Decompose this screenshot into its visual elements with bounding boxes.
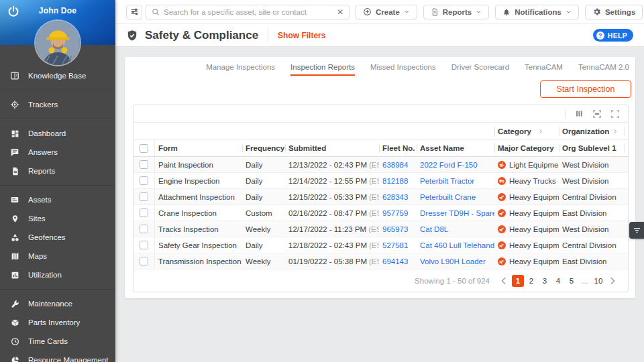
sidebar-item-resource-management[interactable]: Resource Management	[0, 351, 115, 362]
sidebar-item-time-cards[interactable]: Time Cards	[0, 332, 115, 351]
start-inspection-button[interactable]: Start Inspection	[540, 80, 631, 98]
row-checkbox[interactable]	[140, 192, 148, 201]
sidebar-item-sites[interactable]: Sites	[0, 209, 115, 228]
row-checkbox[interactable]	[140, 225, 148, 233]
row-checkbox[interactable]	[140, 208, 148, 217]
sidebar-item-assets[interactable]: Assets	[0, 190, 115, 209]
table-row: Transmission Inspection Weekly 01/19/022…	[133, 253, 629, 269]
page-title: Safety & Compliance	[145, 29, 258, 42]
chevron-down-icon	[476, 9, 482, 15]
asset-name-link[interactable]: Dresser TD9H - Spare	[420, 209, 494, 217]
sidebar-item-parts-inventory[interactable]: Parts Inventory	[0, 313, 115, 332]
tab-driver-scorecard[interactable]: Driver Scorecard	[451, 63, 509, 76]
fleet-no-link[interactable]: 812188	[382, 177, 408, 185]
sidebar-item-utilization[interactable]: Utilization	[0, 265, 115, 284]
asset-name-cell: 2022 Ford F-150	[417, 157, 494, 172]
group-header-organization[interactable]: Organization	[559, 123, 625, 139]
fleet-no-link[interactable]: 638984	[382, 161, 408, 169]
row-checkbox[interactable]	[140, 176, 148, 185]
show-filters-link[interactable]: Show Filters	[278, 31, 325, 40]
fleet-no-link[interactable]: 965973	[382, 225, 408, 233]
submitted-datetime: 12/13/2022 - 02:43 PM	[288, 161, 367, 169]
asset-name-link[interactable]: 2022 Ford F-150	[420, 161, 478, 169]
answers-icon	[9, 147, 20, 158]
prev-page-icon[interactable]	[496, 276, 511, 286]
page-button[interactable]: 10	[592, 275, 604, 287]
notifications-button[interactable]: Notifications	[495, 5, 579, 19]
document-icon	[431, 8, 439, 16]
org-sublevel-cell: Central Division	[559, 237, 625, 253]
sidebar-item-maps[interactable]: Maps	[0, 247, 115, 265]
group-spacer	[242, 123, 285, 139]
timezone-label: (EST)	[369, 209, 379, 217]
scan-icon[interactable]	[592, 109, 602, 119]
page-ellipsis: ...	[579, 275, 591, 287]
chevron-right-icon	[612, 128, 619, 135]
row-checkbox[interactable]	[140, 160, 148, 169]
fleet-no-link[interactable]: 694143	[382, 257, 408, 265]
overflow-link[interactable]: 6	[628, 161, 629, 169]
sidebar-item-answers[interactable]: Answers	[0, 143, 115, 162]
asset-name-link[interactable]: Cat D8L	[420, 225, 448, 233]
tab-inspection-reports[interactable]: Inspection Reports	[290, 63, 355, 76]
fleet-no-cell: 812188	[379, 173, 417, 188]
sidebar-item-trackers[interactable]: Trackers	[0, 95, 115, 114]
sidebar-item-label: Sites	[28, 215, 46, 223]
row-checkbox[interactable]	[140, 257, 148, 265]
page-button[interactable]: 4	[552, 275, 564, 287]
tab-missed-inspections[interactable]: Missed Inspections	[370, 63, 436, 76]
major-category-cell: Heavy Equipment	[494, 189, 559, 204]
page-button[interactable]: 1	[512, 275, 524, 287]
asset-name-link[interactable]: Peterbuilt Crane	[420, 193, 476, 201]
maps-icon	[9, 251, 20, 261]
fleet-no-link[interactable]: 628343	[382, 193, 408, 201]
sidebar-item-dashboard[interactable]: Dashboard	[0, 124, 115, 143]
group-header-category[interactable]: Category	[494, 123, 559, 139]
search-box: ✕	[146, 5, 350, 19]
settings-button[interactable]: Settings	[585, 5, 643, 19]
overflow-link[interactable]: 6	[628, 257, 629, 265]
create-button[interactable]: Create	[356, 5, 417, 19]
trackers-icon	[9, 99, 20, 110]
filter-panel-toggle[interactable]	[629, 222, 644, 239]
overflow-link[interactable]: 8	[628, 177, 629, 185]
overflow-link[interactable]: 9	[628, 225, 629, 233]
clear-search-icon[interactable]: ✕	[337, 8, 343, 16]
row-checkbox-cell	[133, 173, 155, 188]
sidebar-item-geofences[interactable]: Geofences	[0, 228, 115, 247]
overflow-link[interactable]: 6	[628, 193, 629, 201]
submitted-datetime: 01/19/0222 - 05:38 PM	[288, 257, 367, 265]
asset-name-link[interactable]: Peterbilt Tractor	[420, 177, 474, 185]
sidebar-item-knowledge-base[interactable]: Knowledge Base	[0, 66, 115, 85]
tab-manage-inspections[interactable]: Manage Inspections	[206, 63, 275, 76]
row-checkbox[interactable]	[140, 241, 148, 249]
fullscreen-icon[interactable]	[610, 109, 620, 119]
avatar[interactable]	[36, 21, 80, 65]
overflow-link[interactable]: 9	[628, 209, 629, 217]
help-button[interactable]: ? HELP	[593, 29, 633, 42]
page-button[interactable]: 5	[566, 275, 578, 287]
page-button[interactable]: 2	[525, 275, 537, 287]
search-filter-icon[interactable]	[126, 5, 142, 19]
select-all-checkbox[interactable]	[140, 144, 148, 153]
fleet-no-link[interactable]: 527581	[382, 241, 408, 249]
asset-name-link[interactable]: Volvo L90H Loader	[420, 257, 486, 265]
form-cell: Tracks Inspection	[155, 221, 242, 237]
page-button[interactable]: 3	[539, 275, 551, 287]
sidebar-item-reports[interactable]: Reports	[0, 162, 115, 180]
fleet-no-link[interactable]: 957759	[382, 209, 408, 217]
org-sublevel-cell: Central Division	[559, 189, 625, 204]
tab-tennacam-2[interactable]: TennaCAM 2.0	[578, 63, 629, 76]
form-cell: Paint Inspection	[155, 157, 242, 172]
asset-name-link[interactable]: Cat 460 Lull Telehandler	[420, 241, 494, 249]
reports-button[interactable]: Reports	[423, 5, 489, 19]
overflow-cell: 5	[625, 237, 629, 253]
next-page-icon[interactable]	[605, 276, 620, 286]
asset-name-cell: Dresser TD9H - Spare	[417, 205, 494, 221]
sidebar-item-maintenance[interactable]: Maintenance	[0, 294, 115, 313]
overflow-link[interactable]: 5	[628, 241, 629, 249]
frequency-cell: Daily	[242, 157, 285, 172]
columns-icon[interactable]	[575, 109, 584, 118]
tab-tennacam[interactable]: TennaCAM	[525, 63, 563, 76]
search-input[interactable]	[164, 8, 333, 16]
